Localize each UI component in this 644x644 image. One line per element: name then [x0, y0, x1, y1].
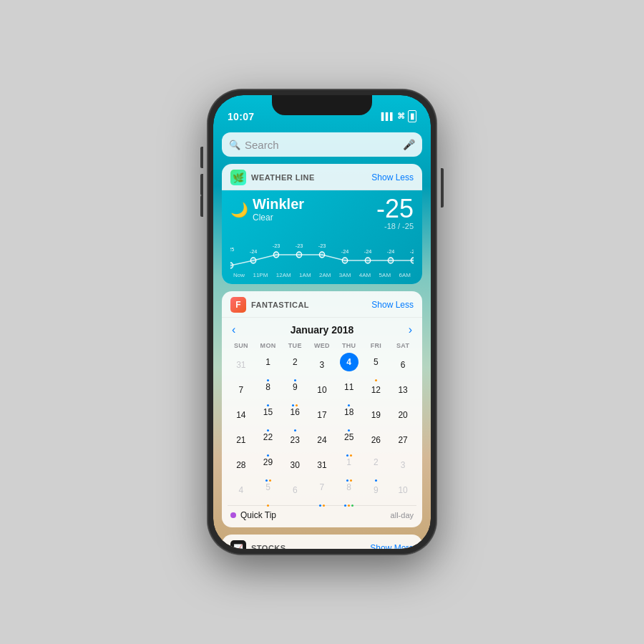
weather-city-block: 🌙 Winkler Clear [230, 196, 304, 223]
calendar-day-cell[interactable]: 21 [228, 427, 255, 452]
calendar-day-cell[interactable]: 1 [255, 352, 282, 377]
calendar-day-cell[interactable]: 10 [389, 477, 416, 502]
calendar-day-cell[interactable]: 9 [363, 477, 390, 502]
calendar-day-number: 9 [366, 481, 385, 499]
weather-time-labels: Now 11PM 12AM 1AM 2AM 3AM 4AM 5AM 6AM [230, 270, 414, 278]
calendar-day-cell[interactable]: 10 [308, 377, 336, 402]
calendar-day-cell[interactable]: 15 [255, 402, 282, 427]
weather-show-less-button[interactable]: Show Less [371, 172, 414, 182]
calendar-widget-header: F FANTASTICAL Show Less [222, 291, 422, 318]
calendar-day-cell[interactable]: 6 [281, 477, 308, 502]
calendar-prev-button[interactable]: ‹ [228, 323, 240, 336]
calendar-day-cell[interactable]: 4 [228, 477, 255, 502]
city-name: Winkler [253, 196, 304, 213]
svg-point-3 [296, 252, 301, 258]
calendar-day-cell[interactable]: 8 [336, 477, 363, 502]
calendar-day-number: 19 [366, 406, 385, 424]
calendar-day-cell[interactable]: 23 [281, 427, 308, 452]
calendar-day-cell[interactable]: 3 [308, 352, 336, 377]
calendar-day-cell[interactable]: 20 [389, 402, 416, 427]
calendar-day-cell[interactable]: 3 [389, 452, 416, 477]
calendar-day-number: 4 [340, 353, 358, 371]
calendar-nav: ‹ January 2018 › [228, 321, 416, 341]
calendar-day-number: 20 [394, 406, 412, 424]
calendar-day-cell[interactable]: 12 [363, 377, 390, 402]
calendar-day-number: 4 [232, 481, 250, 499]
calendar-day-cell[interactable]: 17 [308, 402, 336, 427]
calendar-day-cell[interactable]: 26 [363, 427, 390, 452]
calendar-day-cell[interactable]: 8 [255, 377, 282, 402]
calendar-day-number: 26 [366, 431, 385, 449]
calendar-day-number: 24 [313, 431, 331, 449]
calendar-day-cell[interactable]: 2 [363, 452, 390, 477]
calendar-day-cell[interactable]: 14 [228, 402, 255, 427]
calendar-week-4: 28293031123 [228, 452, 416, 477]
svg-point-7 [388, 258, 393, 263]
time-label-2am: 2AM [319, 272, 331, 278]
svg-point-2 [273, 252, 278, 258]
calendar-day-number: 2 [286, 353, 304, 371]
calendar-day-number: 7 [313, 478, 331, 497]
calendar-day-cell[interactable]: 27 [389, 427, 416, 452]
calendar-day-number: 21 [232, 431, 250, 449]
calendar-day-cell[interactable]: 7 [308, 477, 336, 502]
weather-widget-title: WEATHER LINE [251, 173, 371, 182]
svg-point-1 [250, 258, 255, 263]
stocks-app-icon: 📈 [230, 540, 246, 549]
calendar-day-cell[interactable]: 6 [389, 352, 416, 377]
svg-point-6 [365, 258, 370, 263]
calendar-day-cell[interactable]: 11 [336, 377, 363, 402]
microphone-icon[interactable]: 🎤 [403, 139, 415, 150]
calendar-day-cell[interactable]: 4 [336, 352, 363, 377]
svg-text:-24: -24 [250, 248, 258, 255]
calendar-day-cell[interactable]: 9 [281, 377, 308, 402]
calendar-day-number: 30 [286, 456, 304, 474]
calendar-day-cell[interactable]: 22 [255, 427, 282, 452]
calendar-day-number: 27 [394, 431, 412, 449]
calendar-day-cell[interactable]: 19 [363, 402, 390, 427]
quick-tip-left: Quick Tip [230, 510, 276, 520]
calendar-day-cell[interactable]: 7 [228, 377, 255, 402]
calendar-day-cell[interactable]: 5 [255, 477, 282, 502]
calendar-day-number: 2 [366, 453, 385, 472]
calendar-day-cell[interactable]: 29 [255, 452, 282, 477]
calendar-day-cell[interactable]: 1 [336, 452, 363, 477]
calendar-day-number: 29 [259, 453, 278, 472]
time-label-6am: 6AM [399, 272, 410, 278]
quick-tip-dot [230, 512, 236, 518]
calendar-day-number: 11 [340, 378, 358, 396]
calendar-day-cell[interactable]: 25 [336, 427, 363, 452]
calendar-day-cell[interactable]: 18 [336, 402, 363, 427]
weather-temp-main: -25 [376, 196, 414, 222]
calendar-week-0: 31123456 [228, 352, 416, 377]
calendar-day-cell[interactable]: 28 [228, 452, 255, 477]
calendar-day-cell[interactable]: 30 [281, 452, 308, 477]
svg-text:-24: -24 [410, 248, 414, 255]
calendar-day-cell[interactable]: 5 [363, 352, 390, 377]
calendar-day-cell[interactable]: 31 [308, 452, 336, 477]
calendar-widget-title: FANTASTICAL [251, 301, 371, 309]
day-header-sun: SUN [228, 341, 255, 352]
stocks-show-more-button[interactable]: Show More [370, 543, 414, 549]
screen: 10:07 ▌▌▌ ⌘ ▮ 🔍 Search 🎤 [213, 95, 431, 549]
calendar-next-button[interactable]: › [404, 323, 416, 336]
calendar-day-cell[interactable]: 31 [228, 352, 255, 377]
search-placeholder: Search [245, 139, 399, 151]
day-header-sat: SAT [389, 341, 416, 352]
calendar-day-cell[interactable]: 13 [389, 377, 416, 402]
svg-text:-24: -24 [387, 248, 395, 255]
calendar-show-less-button[interactable]: Show Less [371, 300, 414, 310]
day-header-mon: MON [255, 341, 282, 352]
calendar-day-number: 31 [232, 356, 250, 374]
calendar-day-number: 15 [259, 403, 278, 421]
calendar-day-cell[interactable]: 2 [281, 352, 308, 377]
day-header-fri: FRI [363, 341, 390, 352]
day-header-tue: TUE [281, 341, 308, 352]
quick-tip-label: Quick Tip [240, 510, 276, 520]
calendar-day-cell[interactable]: 16 [281, 402, 308, 427]
calendar-widget: F FANTASTICAL Show Less ‹ January 2018 › [222, 291, 422, 527]
calendar-day-number: 14 [232, 406, 250, 424]
search-bar[interactable]: 🔍 Search 🎤 [222, 132, 422, 157]
calendar-day-cell[interactable]: 24 [308, 427, 336, 452]
calendar-day-number: 9 [286, 378, 304, 396]
